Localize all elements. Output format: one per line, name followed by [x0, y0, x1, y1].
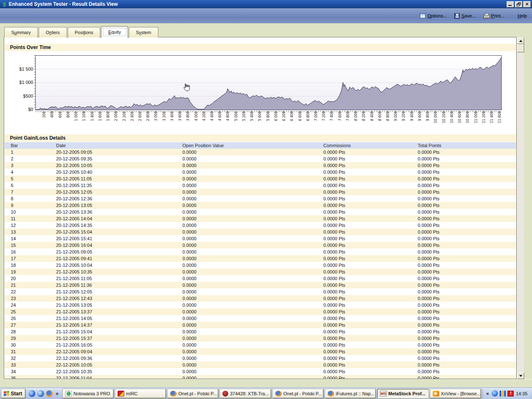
table-row[interactable]: 2521-12-2005 13:370.00000.0000 Pts0.0000… — [5, 308, 516, 315]
thunderbird-icon[interactable] — [37, 390, 44, 397]
tray-collapse-chevron[interactable]: « — [485, 391, 490, 397]
taskbar-button[interactable]: mIRC — [115, 389, 166, 398]
table-row[interactable]: 3021-12-2005 16:050.00000.0000 Pts0.0000… — [5, 342, 516, 348]
taskbar-button[interactable]: MSMetaStock Prof... — [377, 389, 428, 398]
table-cell: 0.0000 — [182, 242, 197, 249]
table-row[interactable]: 2321-12-2005 12:430.00000.0000 Pts0.0000… — [5, 295, 516, 302]
restore-button[interactable] — [515, 1, 522, 7]
table-row[interactable]: 3222-12-2005 09:360.00000.0000 Pts0.0000… — [5, 355, 516, 362]
x-axis-label: 3 000 — [154, 111, 158, 127]
table-row[interactable]: 1020-12-2005 13:360.00000.0000 Pts0.0000… — [5, 209, 516, 215]
taskbar-button[interactable]: Onet.pl - Polski P... — [167, 389, 218, 398]
firefox-icon[interactable] — [46, 390, 53, 397]
tab-positions[interactable]: Positions — [68, 27, 101, 37]
table-row[interactable]: 2821-12-2005 15:040.00000.0000 Pts0.0000… — [5, 328, 516, 335]
y-axis-minor-ticks — [34, 55, 35, 110]
table-row[interactable]: 1420-12-2005 15:410.00000.0000 Pts0.0000… — [5, 235, 516, 242]
table-row[interactable]: 320-12-2005 10:050.00000.0000 Pts0.0000 … — [5, 162, 516, 169]
table-row[interactable]: 1821-12-2005 10:040.00000.0000 Pts0.0000… — [5, 262, 516, 268]
table-cell: 29 — [11, 335, 16, 342]
table-cell: 0.0000 — [182, 169, 197, 175]
toolbar-button-options[interactable]: Options... — [420, 13, 447, 18]
table-row[interactable]: 3122-12-2005 09:040.00000.0000 Pts0.0000… — [5, 348, 516, 355]
table-row[interactable]: 520-12-2005 11:050.00000.0000 Pts0.0000 … — [5, 175, 516, 182]
table-row[interactable]: 1220-12-2005 14:350.00000.0000 Pts0.0000… — [5, 222, 516, 229]
quick-launch-overflow-chevron[interactable]: » — [55, 391, 59, 397]
table-cell: 0.0000 — [182, 202, 197, 209]
table-row[interactable]: 820-12-2005 12:360.00000.0000 Pts0.0000 … — [5, 195, 516, 202]
volume-columns-icon[interactable] — [500, 391, 506, 397]
table-cell: 31 — [11, 348, 16, 355]
table-row[interactable]: 120-12-2005 09:050.00000.0000 Pts0.0000 … — [5, 149, 516, 155]
tab-summary[interactable]: Summary — [4, 27, 38, 37]
table-row[interactable]: 720-12-2005 12:050.00000.0000 Pts0.0000 … — [5, 189, 516, 195]
tab-system[interactable]: System — [129, 27, 158, 37]
scroll-up-button[interactable] — [517, 37, 524, 44]
table-row[interactable]: 2121-12-2005 11:360.00000.0000 Pts0.0000… — [5, 282, 516, 288]
table-cell: 0.0000 Pts — [323, 355, 345, 362]
taskbar-button[interactable]: 374428: XTB-Tra... — [220, 389, 271, 398]
close-button[interactable]: × — [523, 1, 531, 7]
taskbar-button[interactable]: Onet.pl - Polski P... — [273, 389, 323, 398]
table-cell: 0.0000 — [182, 328, 197, 335]
toolbar-button-save[interactable]: Save... — [454, 13, 475, 19]
table-cell: 28 — [11, 328, 16, 335]
table-row[interactable]: 1520-12-2005 16:040.00000.0000 Pts0.0000… — [5, 242, 516, 249]
vertical-scrollbar[interactable] — [517, 37, 524, 379]
table-cell: 20-12-2005 15:04 — [56, 229, 92, 235]
table-cell: 0.0000 Pts — [323, 175, 345, 182]
toolbar-button-help[interactable]: Help — [512, 13, 527, 19]
table-row[interactable]: 2421-12-2005 13:050.00000.0000 Pts0.0000… — [5, 302, 516, 308]
tab-orders[interactable]: Orders — [39, 27, 67, 37]
taskbar-button[interactable]: XnView - [Browse... — [430, 389, 481, 398]
table-cell: 20-12-2005 13:05 — [56, 202, 92, 209]
table-cell: 0.0000 Pts — [323, 255, 345, 262]
minimize-button[interactable] — [507, 1, 514, 7]
scroll-down-button[interactable] — [517, 372, 524, 379]
taskbar-button-label: 374428: XTB-Tra... — [230, 391, 268, 396]
mouse-hand-cursor — [183, 84, 190, 91]
table-row[interactable]: 1621-12-2005 09:050.00000.0000 Pts0.0000… — [5, 249, 516, 255]
table-cell: 0.0000 — [182, 362, 197, 368]
table-cell: 30 — [11, 342, 16, 348]
table-cell: 0.0000 Pts — [323, 315, 345, 322]
table-row[interactable]: 1721-12-2005 09:410.00000.0000 Pts0.0000… — [5, 255, 516, 262]
table-row[interactable]: 2721-12-2005 14:370.00000.0000 Pts0.0000… — [5, 322, 516, 328]
table-row[interactable]: 1921-12-2005 10:350.00000.0000 Pts0.0000… — [5, 268, 516, 275]
x-axis-label: 6 200 — [282, 111, 286, 127]
table-row[interactable]: 2621-12-2005 14:050.00000.0000 Pts0.0000… — [5, 315, 516, 322]
column-header-open-position-value: Open Position Value — [182, 142, 224, 149]
table-cell: 20-12-2005 10:05 — [56, 162, 92, 169]
table-row[interactable]: 2221-12-2005 12:050.00000.0000 Pts0.0000… — [5, 288, 516, 295]
arrow-down-icon — [519, 375, 522, 377]
table-row[interactable]: 3522-12-2005 11:040.00000.0000 Pts0.0000… — [5, 375, 516, 379]
table-row[interactable]: 3422-12-2005 10:350.00000.0000 Pts0.0000… — [5, 368, 516, 375]
table-row[interactable]: 2021-12-2005 11:050.00000.0000 Pts0.0000… — [5, 275, 516, 282]
start-button[interactable]: Start — [1, 389, 25, 398]
table-row[interactable]: 1320-12-2005 15:040.00000.0000 Pts0.0000… — [5, 229, 516, 235]
table-row[interactable]: 2921-12-2005 15:370.00000.0000 Pts0.0000… — [5, 335, 516, 342]
alert-icon[interactable]: ! — [507, 391, 514, 397]
table-row[interactable]: 920-12-2005 13:050.00000.0000 Pts0.0000 … — [5, 202, 516, 209]
table-row[interactable]: 3322-12-2005 10:050.00000.0000 Pts0.0000… — [5, 362, 516, 368]
messenger-icon[interactable] — [492, 390, 498, 397]
ie-icon[interactable] — [29, 390, 35, 397]
table-cell: 4 — [11, 169, 13, 175]
table-cell: 24 — [11, 302, 16, 308]
window-frame-left — [0, 23, 4, 387]
taskbar-button[interactable]: iFutures.pl :: Nap... — [325, 389, 376, 398]
scrollbar-thumb[interactable] — [517, 44, 524, 52]
table-row[interactable]: 620-12-2005 11:350.00000.0000 Pts0.0000 … — [5, 182, 516, 189]
taskbar-button[interactable]: Notowania 3 PRO — [63, 389, 113, 398]
table-cell: 21-12-2005 09:41 — [56, 255, 92, 262]
table-cell: 21-12-2005 13:05 — [56, 302, 92, 308]
toolbar-button-print[interactable]: Print... — [483, 13, 505, 18]
tab-equity[interactable]: Equity — [101, 26, 128, 38]
x-axis-label: 6 600 — [298, 111, 302, 127]
toolbar-button-label: Print... — [491, 13, 505, 18]
table-cell: 0.0000 — [182, 182, 197, 189]
table-cell: 0.0000 — [182, 368, 197, 375]
table-row[interactable]: 420-12-2005 10:400.00000.0000 Pts0.0000 … — [5, 169, 516, 175]
table-row[interactable]: 220-12-2005 09:350.00000.0000 Pts0.0000 … — [5, 155, 516, 162]
table-row[interactable]: 1120-12-2005 14:040.00000.0000 Pts0.0000… — [5, 215, 516, 222]
